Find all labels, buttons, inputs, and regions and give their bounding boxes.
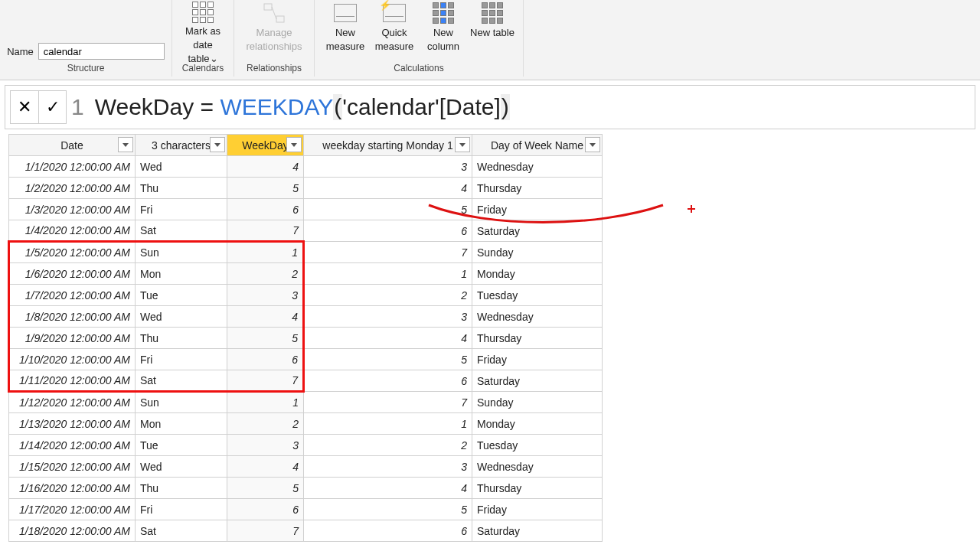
cell-weekday[interactable]: 4 <box>227 456 304 478</box>
table-row[interactable]: 1/3/2020 12:00:00 AMFri65Friday <box>9 199 603 220</box>
cell-date[interactable]: 1/10/2020 12:00:00 AM <box>9 349 136 370</box>
cell-weekday-monday[interactable]: 5 <box>304 349 472 370</box>
cell-down[interactable]: Sunday <box>472 392 603 413</box>
formula-cancel-button[interactable]: ✕ <box>11 91 38 123</box>
cell-3char[interactable]: Fri <box>136 349 227 370</box>
table-row[interactable]: 1/9/2020 12:00:00 AMThu54Thursday <box>9 328 603 349</box>
header-weekday-monday[interactable]: weekday starting Monday 1 <box>304 135 472 156</box>
cell-weekday[interactable]: 4 <box>227 306 304 328</box>
mark-as-date-table-button[interactable]: Mark as date table⌄ <box>178 0 227 61</box>
cell-3char[interactable]: Tue <box>136 435 227 456</box>
cell-weekday[interactable]: 4 <box>227 156 304 178</box>
cell-3char[interactable]: Sat <box>136 370 227 392</box>
cell-3char[interactable]: Wed <box>136 456 227 478</box>
cell-3char[interactable]: Tue <box>136 285 227 306</box>
table-row[interactable]: 1/17/2020 12:00:00 AMFri65Friday <box>9 499 603 520</box>
cell-date[interactable]: 1/7/2020 12:00:00 AM <box>9 285 136 306</box>
table-row[interactable]: 1/1/2020 12:00:00 AMWed43Wednesday <box>9 156 603 178</box>
table-row[interactable]: 1/15/2020 12:00:00 AMWed43Wednesday <box>9 456 603 478</box>
cell-3char[interactable]: Thu <box>136 178 227 199</box>
table-row[interactable]: 1/13/2020 12:00:00 AMMon21Monday <box>9 413 603 435</box>
cell-weekday-monday[interactable]: 6 <box>304 370 472 392</box>
cell-weekday-monday[interactable]: 1 <box>304 263 472 285</box>
cell-weekday-monday[interactable]: 3 <box>304 306 472 328</box>
cell-weekday[interactable]: 5 <box>227 328 304 349</box>
cell-date[interactable]: 1/8/2020 12:00:00 AM <box>9 306 136 328</box>
cell-weekday-monday[interactable]: 4 <box>304 178 472 199</box>
cell-date[interactable]: 1/15/2020 12:00:00 AM <box>9 456 136 478</box>
cell-weekday[interactable]: 7 <box>227 520 304 542</box>
cell-down[interactable]: Friday <box>472 349 603 370</box>
filter-dropdown-icon[interactable] <box>210 137 225 152</box>
cell-weekday[interactable]: 3 <box>227 285 304 306</box>
table-row[interactable]: 1/18/2020 12:00:00 AMSat76Saturday <box>9 520 603 542</box>
cell-down[interactable]: Wednesday <box>472 306 603 328</box>
cell-3char[interactable]: Sun <box>136 392 227 413</box>
cell-weekday-monday[interactable]: 3 <box>304 456 472 478</box>
filter-dropdown-icon[interactable] <box>585 137 600 152</box>
cell-weekday[interactable]: 5 <box>227 178 304 199</box>
cell-down[interactable]: Friday <box>472 499 603 520</box>
cell-weekday-monday[interactable]: 7 <box>304 242 472 263</box>
cell-3char[interactable]: Wed <box>136 306 227 328</box>
cell-down[interactable]: Saturday <box>472 520 603 542</box>
table-row[interactable]: 1/14/2020 12:00:00 AMTue32Tuesday <box>9 435 603 456</box>
cell-down[interactable]: Tuesday <box>472 435 603 456</box>
cell-down[interactable]: Sunday <box>472 242 603 263</box>
cell-date[interactable]: 1/16/2020 12:00:00 AM <box>9 478 136 499</box>
cell-weekday-monday[interactable]: 4 <box>304 328 472 349</box>
cell-date[interactable]: 1/17/2020 12:00:00 AM <box>9 499 136 520</box>
cell-down[interactable]: Thursday <box>472 478 603 499</box>
cell-weekday-monday[interactable]: 2 <box>304 285 472 306</box>
cell-weekday[interactable]: 6 <box>227 199 304 220</box>
cell-down[interactable]: Thursday <box>472 328 603 349</box>
cell-3char[interactable]: Mon <box>136 413 227 435</box>
cell-3char[interactable]: Sat <box>136 520 227 542</box>
cell-weekday[interactable]: 2 <box>227 263 304 285</box>
cell-weekday-monday[interactable]: 3 <box>304 156 472 178</box>
cell-weekday[interactable]: 3 <box>227 435 304 456</box>
cell-down[interactable]: Wednesday <box>472 456 603 478</box>
cell-weekday-monday[interactable]: 2 <box>304 435 472 456</box>
cell-weekday-monday[interactable]: 6 <box>304 520 472 542</box>
cell-3char[interactable]: Thu <box>136 328 227 349</box>
cell-date[interactable]: 1/13/2020 12:00:00 AM <box>9 413 136 435</box>
new-column-button[interactable]: New column <box>419 0 468 61</box>
cell-weekday[interactable]: 7 <box>227 370 304 392</box>
cell-weekday-monday[interactable]: 1 <box>304 413 472 435</box>
table-row[interactable]: 1/5/2020 12:00:00 AMSun17Sunday <box>9 242 603 263</box>
cell-down[interactable]: Monday <box>472 413 603 435</box>
cell-date[interactable]: 1/11/2020 12:00:00 AM <box>9 370 136 392</box>
cell-3char[interactable]: Fri <box>136 199 227 220</box>
cell-weekday-monday[interactable]: 6 <box>304 220 472 242</box>
cell-weekday[interactable]: 7 <box>227 220 304 242</box>
filter-dropdown-icon[interactable] <box>286 137 302 152</box>
cell-date[interactable]: 1/3/2020 12:00:00 AM <box>9 199 136 220</box>
table-row[interactable]: 1/8/2020 12:00:00 AMWed43Wednesday <box>9 306 603 328</box>
cell-date[interactable]: 1/18/2020 12:00:00 AM <box>9 520 136 542</box>
cell-down[interactable]: Saturday <box>472 220 603 242</box>
cell-down[interactable]: Wednesday <box>472 156 603 178</box>
filter-dropdown-icon[interactable] <box>118 137 133 152</box>
cell-weekday[interactable]: 5 <box>227 478 304 499</box>
table-row[interactable]: 1/2/2020 12:00:00 AMThu54Thursday <box>9 178 603 199</box>
cell-weekday-monday[interactable]: 7 <box>304 392 472 413</box>
formula-accept-button[interactable]: ✓ <box>38 91 66 123</box>
cell-date[interactable]: 1/9/2020 12:00:00 AM <box>9 328 136 349</box>
cell-date[interactable]: 1/6/2020 12:00:00 AM <box>9 263 136 285</box>
cell-weekday-monday[interactable]: 5 <box>304 499 472 520</box>
cell-date[interactable]: 1/2/2020 12:00:00 AM <box>9 178 136 199</box>
new-measure-button[interactable]: New measure <box>321 0 370 61</box>
header-weekday[interactable]: WeekDay <box>227 135 304 156</box>
cell-date[interactable]: 1/14/2020 12:00:00 AM <box>9 435 136 456</box>
cell-weekday[interactable]: 1 <box>227 392 304 413</box>
cell-down[interactable]: Monday <box>472 263 603 285</box>
filter-dropdown-icon[interactable] <box>455 137 470 152</box>
table-name-input[interactable] <box>38 43 165 60</box>
header-day-of-week-name[interactable]: Day of Week Name <box>472 135 603 156</box>
table-row[interactable]: 1/11/2020 12:00:00 AMSat76Saturday <box>9 370 603 392</box>
cell-weekday[interactable]: 6 <box>227 499 304 520</box>
cell-3char[interactable]: Thu <box>136 478 227 499</box>
table-row[interactable]: 1/10/2020 12:00:00 AMFri65Friday <box>9 349 603 370</box>
table-row[interactable]: 1/7/2020 12:00:00 AMTue32Tuesday <box>9 285 603 306</box>
